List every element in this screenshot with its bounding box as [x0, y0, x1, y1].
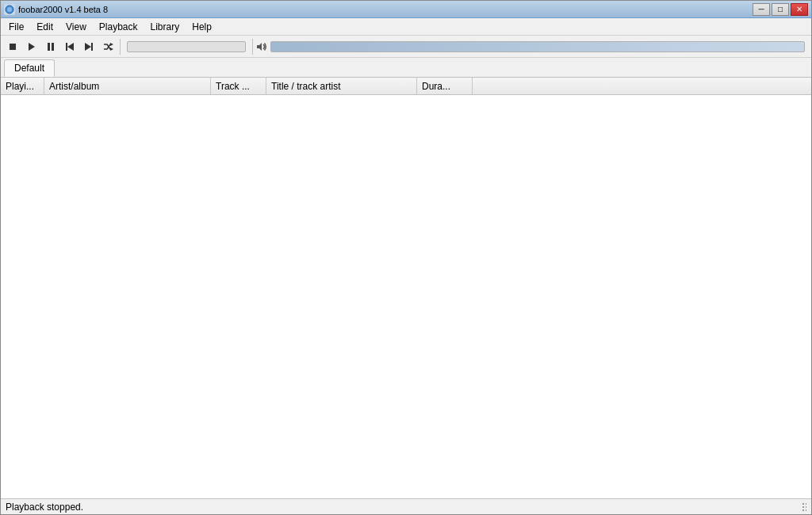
- minimize-button[interactable]: ─: [753, 3, 770, 16]
- svg-marker-9: [85, 43, 91, 51]
- svg-marker-7: [67, 43, 74, 51]
- svg-marker-3: [29, 43, 35, 51]
- title-bar-left: foobar2000 v1.4 beta 8: [4, 4, 108, 15]
- svg-marker-12: [257, 43, 262, 51]
- status-bar: Playback stopped.: [1, 498, 811, 514]
- svg-point-1: [7, 7, 12, 12]
- column-headers: Playi... Artist/album Track ... Title / …: [1, 78, 811, 95]
- close-button[interactable]: ✕: [791, 3, 808, 16]
- col-header-playing[interactable]: Playi...: [1, 78, 44, 94]
- playlist-area: Playi... Artist/album Track ... Title / …: [1, 78, 811, 498]
- resize-grip: [802, 502, 806, 512]
- play-button[interactable]: [23, 38, 40, 55]
- menu-file[interactable]: File: [2, 20, 30, 34]
- pause-button[interactable]: [42, 38, 59, 55]
- svg-rect-5: [52, 43, 54, 51]
- toolbar: [1, 36, 811, 58]
- svg-rect-4: [48, 43, 50, 51]
- svg-rect-6: [66, 43, 67, 51]
- random-button[interactable]: [99, 38, 117, 55]
- volume-icon: [256, 41, 267, 52]
- menu-edit[interactable]: Edit: [30, 20, 59, 34]
- col-header-duration[interactable]: Dura...: [417, 78, 473, 94]
- playlist-content: [1, 95, 811, 498]
- window-title: foobar2000 v1.4 beta 8: [18, 5, 108, 14]
- stop-button[interactable]: [4, 38, 21, 55]
- tab-bar: Default: [1, 58, 811, 78]
- volume-area: [256, 41, 808, 52]
- svg-marker-10: [110, 43, 113, 46]
- menu-library[interactable]: Library: [144, 20, 186, 34]
- toolbar-separator-1: [120, 39, 121, 55]
- svg-rect-2: [10, 44, 16, 50]
- resize-grip-area: [802, 505, 806, 509]
- volume-bar[interactable]: [270, 41, 805, 52]
- col-header-artist[interactable]: Artist/album: [44, 78, 211, 94]
- next-button[interactable]: [80, 38, 98, 55]
- tab-default[interactable]: Default: [4, 59, 55, 77]
- seek-bar[interactable]: [127, 41, 246, 52]
- menu-playback[interactable]: Playback: [93, 20, 144, 34]
- menu-view[interactable]: View: [59, 20, 93, 34]
- maximize-button[interactable]: □: [772, 3, 789, 16]
- menu-bar: File Edit View Playback Library Help: [1, 18, 811, 36]
- svg-marker-11: [110, 48, 113, 51]
- title-bar: foobar2000 v1.4 beta 8 ─ □ ✕: [1, 1, 811, 18]
- col-header-track[interactable]: Track ...: [211, 78, 266, 94]
- svg-rect-8: [91, 43, 93, 51]
- toolbar-separator-2: [252, 39, 253, 55]
- app-icon: [4, 4, 15, 15]
- main-window: foobar2000 v1.4 beta 8 ─ □ ✕ File Edit V…: [0, 0, 812, 515]
- col-header-title[interactable]: Title / track artist: [266, 78, 417, 94]
- status-text: Playback stopped.: [6, 502, 83, 513]
- window-controls: ─ □ ✕: [753, 3, 808, 16]
- prev-button[interactable]: [61, 38, 79, 55]
- menu-help[interactable]: Help: [186, 20, 218, 34]
